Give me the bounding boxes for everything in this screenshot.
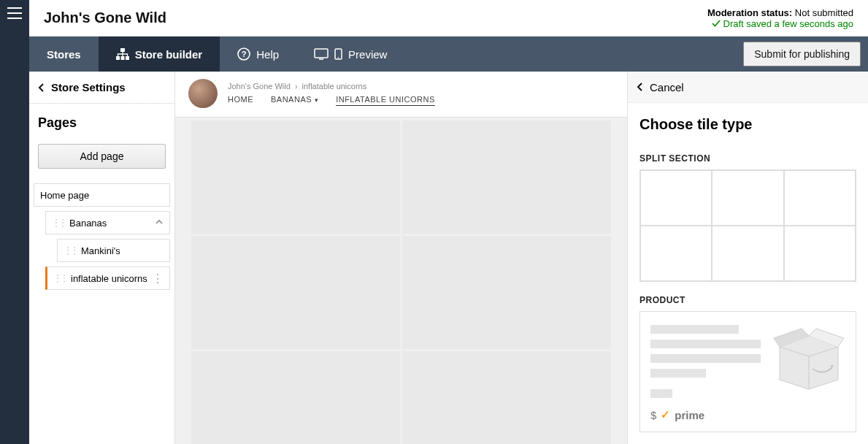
chevron-up-icon[interactable] [155,218,164,229]
tile-placeholder[interactable] [191,236,400,349]
draft-saved-text: Draft saved a few seconds ago [723,18,854,29]
split-option[interactable] [712,170,783,226]
svg-rect-6 [315,49,328,58]
tree-item-bananas[interactable]: ⋮⋮ Bananas [45,211,170,234]
svg-rect-0 [120,48,125,52]
add-page-button[interactable]: Add page [38,144,166,169]
tile-placeholder[interactable] [402,120,611,234]
box-icon [772,325,845,391]
product-section-label: PRODUCT [628,282,868,311]
sitemap-icon [116,48,129,60]
nav-store-builder[interactable]: Store builder [99,37,220,72]
nav-stores[interactable]: Stores [29,37,99,72]
breadcrumb: John's Gone Wild › inflatable unicorns [228,82,435,91]
submit-for-publishing-button[interactable]: Submit for publishing [743,42,861,66]
split-option[interactable] [784,226,856,281]
placeholder-line [650,369,706,378]
prime-label: prime [675,409,704,421]
page-tab-unicorns[interactable]: INFLATABLE UNICORNS [336,95,435,106]
placeholder-line [650,389,672,398]
prime-check-icon: ✓ [661,408,670,421]
help-icon: ? [237,47,250,61]
product-tile-option[interactable]: $ ✓ prime [640,311,856,432]
hamburger-menu-icon[interactable] [7,7,22,19]
tile-placeholder[interactable] [402,351,611,444]
page-tab-bananas[interactable]: BANANAS ▾ [271,95,318,106]
drag-handle-icon[interactable]: ⋮⋮ [53,273,66,283]
tile-placeholder[interactable] [191,351,400,444]
crumb-root[interactable]: John's Gone Wild [228,82,291,91]
drag-handle-icon[interactable]: ⋮⋮ [52,218,65,228]
moderation-value: Not submitted [795,7,853,18]
chevron-left-icon [637,82,644,92]
svg-rect-3 [126,56,129,60]
nav-preview[interactable]: Preview [296,37,404,72]
crumb-leaf: inflatable unicorns [302,82,367,91]
tree-item-inflatable-unicorns[interactable]: ⋮⋮ inflatable unicorns ⋮ [45,267,170,290]
desktop-icon [314,48,329,60]
split-option[interactable] [712,226,783,281]
pages-heading: Pages [29,104,174,144]
placeholder-line [650,340,761,348]
store-avatar [188,79,218,108]
store-settings-link[interactable]: Store Settings [29,72,174,104]
tile-placeholder[interactable] [402,236,611,349]
kebab-menu-icon[interactable]: ⋮ [152,272,164,286]
page-tab-home[interactable]: HOME [228,95,253,106]
split-option[interactable] [784,170,856,226]
tile-placeholder[interactable] [191,120,400,234]
status-area: Moderation status: Not submitted Draft s… [707,7,853,29]
drag-handle-icon[interactable]: ⋮⋮ [64,245,77,256]
tree-item-mankinis[interactable]: ⋮⋮ Mankini's [57,239,170,262]
placeholder-line [650,354,761,363]
svg-text:?: ? [242,50,247,58]
mobile-icon [334,48,342,60]
split-section-label: SPLIT SECTION [628,140,868,169]
panel-title: Choose tile type [628,103,868,140]
store-name: John's Gone Wild [44,9,166,26]
svg-rect-1 [116,56,120,60]
moderation-label: Moderation status: [707,7,792,18]
split-option[interactable] [640,226,712,281]
cancel-link[interactable]: Cancel [628,72,868,103]
tree-item-home[interactable]: Home page [34,183,170,207]
split-section-grid [640,169,856,282]
svg-point-8 [338,57,339,58]
dollar-sign: $ [650,409,656,421]
chevron-left-icon [38,83,45,93]
check-icon [712,19,721,28]
placeholder-line [650,325,739,334]
svg-rect-2 [120,56,124,60]
nav-help[interactable]: ? Help [220,37,296,72]
split-option[interactable] [640,170,712,226]
